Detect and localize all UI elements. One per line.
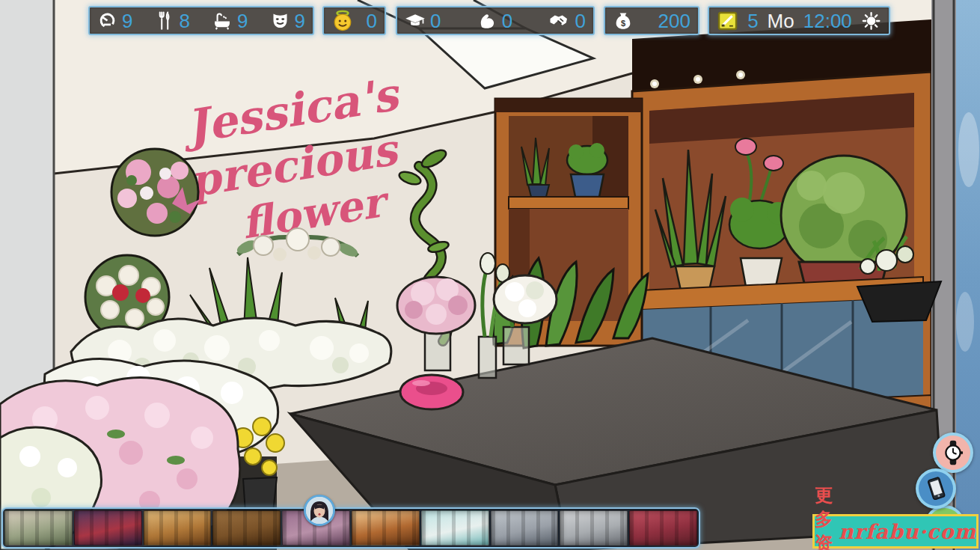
money-bag-icon: $ <box>613 10 634 31</box>
location-thumbnail-bakery[interactable] <box>144 510 212 546</box>
currency-symbol: $ <box>621 18 625 27</box>
location-thumbnail-arcade[interactable] <box>74 510 142 546</box>
need-fun-value: 9 <box>295 11 305 31</box>
mask-icon <box>270 10 290 31</box>
datetime-panel: 5 Mo 12:00 <box>708 6 890 35</box>
skills-panel: 0 0 0 <box>396 6 595 35</box>
need-hunger-value: 8 <box>180 11 190 31</box>
location-thumbnail-red-store[interactable] <box>629 510 697 546</box>
game-screen: Jessica's precious flower <box>0 0 980 550</box>
skill-charisma-value: 0 <box>575 11 586 31</box>
skill-study-value: 0 <box>430 11 441 31</box>
skill-fitness-value: 0 <box>502 11 512 31</box>
weekday-label: Mo <box>768 11 794 31</box>
bathtub-icon <box>212 10 233 31</box>
watch-button[interactable] <box>933 433 973 473</box>
day-number: 5 <box>747 11 758 31</box>
watch-icon <box>940 440 966 465</box>
phone-icon <box>923 476 949 501</box>
phone-button[interactable] <box>916 468 956 509</box>
location-thumbnail-bookstore[interactable] <box>212 510 281 546</box>
wall-bouquet-lilies <box>111 149 200 236</box>
clock-time: 12:00 <box>803 11 852 31</box>
location-thumbnail-cosmetics-shop[interactable] <box>352 510 420 546</box>
angel-emoji-icon <box>331 10 354 32</box>
utensils-icon <box>155 10 175 31</box>
need-hunger: 8 <box>155 10 190 31</box>
watermark-latin-text: nrfabu·com <box>839 520 976 543</box>
location-thumbnail-workshop[interactable] <box>491 510 559 546</box>
player-location-avatar <box>304 495 335 526</box>
mood-value: 0 <box>367 11 377 31</box>
watermark-cjk-text: 更多资源 <box>815 483 833 550</box>
need-fun: 9 <box>270 10 305 31</box>
sun-icon <box>861 10 881 31</box>
need-hygiene-value: 9 <box>237 11 248 31</box>
need-energy-value: 9 <box>122 11 132 31</box>
watermark: 更多资源 nrfabu·com <box>812 514 979 549</box>
calendar-icon <box>717 10 738 32</box>
skill-fitness: 0 <box>477 10 512 31</box>
location-thumbnail-mall-lobby[interactable] <box>4 510 73 546</box>
graduation-cap-icon <box>405 10 426 31</box>
gauge-icon <box>97 10 117 31</box>
location-bar <box>1 507 700 549</box>
location-thumbnail-showroom[interactable] <box>560 510 628 546</box>
need-energy: 9 <box>97 10 132 31</box>
shop-scene[interactable]: Jessica's precious flower <box>0 0 980 550</box>
skill-charisma: 0 <box>548 10 586 32</box>
money-panel: $ 200 <box>604 6 699 35</box>
need-hygiene: 9 <box>212 10 248 31</box>
avatar-face-icon <box>306 497 333 524</box>
muscle-icon <box>477 10 497 31</box>
mood-panel: 0 <box>322 6 386 35</box>
money-value: 200 <box>658 11 690 31</box>
skill-study: 0 <box>405 10 441 31</box>
needs-panel: 9 8 9 <box>88 6 314 35</box>
handshake-icon <box>548 10 571 32</box>
location-thumbnail-salon[interactable] <box>421 510 489 546</box>
